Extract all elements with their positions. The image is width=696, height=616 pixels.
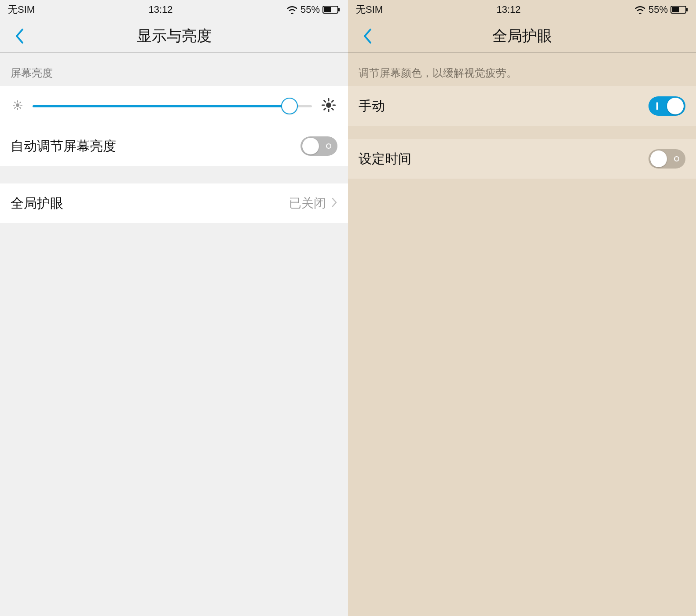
status-right: 55% <box>286 4 340 15</box>
status-sim: 无SIM <box>356 3 383 16</box>
svg-line-9 <box>20 107 21 108</box>
status-battery-text: 55% <box>300 4 320 15</box>
sun-small-icon <box>12 100 23 112</box>
status-sim: 无SIM <box>8 3 35 16</box>
screen-display-brightness: 无SIM 13:12 55% 显示与亮度 屏幕亮度 <box>0 0 348 616</box>
slider-thumb[interactable] <box>281 98 298 114</box>
row-schedule[interactable]: 设定时间 <box>348 139 696 179</box>
back-button[interactable] <box>359 27 376 45</box>
svg-rect-2 <box>324 7 331 12</box>
wifi-icon <box>634 5 646 14</box>
eye-care-label: 全局护眼 <box>11 194 63 213</box>
battery-icon <box>322 6 340 14</box>
eye-care-value: 已关闭 <box>289 195 326 212</box>
slider-fill <box>33 105 289 107</box>
wifi-icon <box>286 5 298 14</box>
toggle-knob <box>667 98 684 114</box>
nav-bar: 显示与亮度 <box>0 19 348 53</box>
svg-line-11 <box>20 102 21 103</box>
chevron-left-icon <box>363 28 372 44</box>
section-gap <box>0 166 348 183</box>
status-battery-text: 55% <box>648 4 668 15</box>
toggle-off-indicator-icon <box>326 143 331 149</box>
svg-line-20 <box>332 101 333 102</box>
svg-rect-23 <box>672 7 679 12</box>
section-label-brightness: 屏幕亮度 <box>0 53 348 86</box>
chevron-left-icon <box>15 28 24 44</box>
section-gap <box>348 126 696 139</box>
schedule-toggle[interactable] <box>648 149 685 169</box>
sun-large-icon <box>322 98 336 114</box>
toggle-knob <box>302 138 319 154</box>
auto-brightness-label: 自动调节屏幕亮度 <box>11 137 116 155</box>
battery-icon <box>670 6 688 14</box>
status-right: 55% <box>634 4 688 15</box>
manual-toggle[interactable] <box>648 96 685 116</box>
svg-point-12 <box>326 103 331 108</box>
nav-bar: 全局护眼 <box>348 19 696 53</box>
status-bar: 无SIM 13:12 55% <box>0 0 348 19</box>
svg-rect-1 <box>338 8 340 11</box>
row-manual[interactable]: 手动 <box>348 86 696 126</box>
page-title: 全局护眼 <box>348 26 696 46</box>
svg-line-19 <box>324 108 326 110</box>
status-time: 13:12 <box>497 4 521 15</box>
slider-track <box>33 105 312 107</box>
svg-point-3 <box>16 103 19 107</box>
svg-line-18 <box>332 108 333 110</box>
svg-rect-22 <box>686 8 688 11</box>
row-auto-brightness[interactable]: 自动调节屏幕亮度 <box>0 126 348 166</box>
blank-area <box>348 179 696 616</box>
brightness-slider-row <box>0 86 348 126</box>
page-title: 显示与亮度 <box>0 26 348 46</box>
manual-label: 手动 <box>359 97 385 115</box>
toggle-on-indicator-icon <box>656 102 658 110</box>
schedule-label: 设定时间 <box>359 150 411 168</box>
eye-care-description: 调节屏幕颜色，以缓解视觉疲劳。 <box>348 53 696 86</box>
status-bar: 无SIM 13:12 55% <box>348 0 696 19</box>
chevron-right-icon <box>331 196 337 211</box>
toggle-knob <box>650 150 667 167</box>
status-time: 13:12 <box>149 4 173 15</box>
back-button[interactable] <box>11 27 28 45</box>
svg-line-17 <box>324 101 326 102</box>
auto-brightness-toggle[interactable] <box>300 136 337 156</box>
toggle-off-indicator-icon <box>674 156 679 161</box>
svg-line-10 <box>15 107 15 108</box>
screen-eye-care: 无SIM 13:12 55% 全局护眼 调节屏幕颜色，以缓解视觉疲劳。 手动 设… <box>348 0 696 616</box>
row-eye-care[interactable]: 全局护眼 已关闭 <box>0 183 348 223</box>
svg-line-8 <box>15 102 15 103</box>
blank-area <box>0 223 348 616</box>
brightness-slider[interactable] <box>33 97 312 115</box>
